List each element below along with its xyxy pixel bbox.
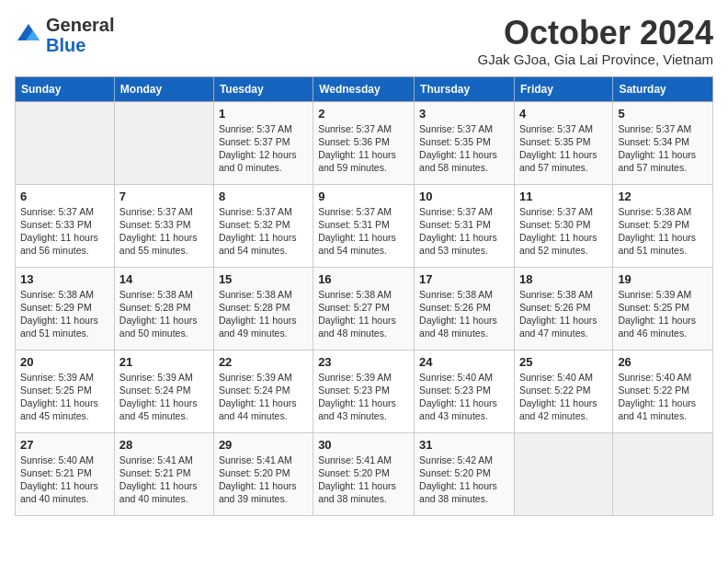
calendar-cell: 4Sunrise: 5:37 AMSunset: 5:35 PMDaylight…: [514, 101, 612, 184]
logo: General Blue: [15, 15, 114, 55]
cell-daylight-info: Sunrise: 5:39 AMSunset: 5:25 PMDaylight:…: [20, 371, 109, 423]
cell-daylight-info: Sunrise: 5:41 AMSunset: 5:21 PMDaylight:…: [119, 454, 209, 506]
cell-day-number: 20: [20, 355, 109, 369]
cell-daylight-info: Sunrise: 5:37 AMSunset: 5:31 PMDaylight:…: [419, 205, 509, 258]
cell-day-number: 14: [119, 272, 209, 286]
weekday-header-wednesday: Wednesday: [313, 76, 415, 101]
cell-daylight-info: Sunrise: 5:37 AMSunset: 5:35 PMDaylight:…: [419, 122, 509, 175]
calendar-cell: 13Sunrise: 5:38 AMSunset: 5:29 PMDayligh…: [16, 267, 115, 350]
cell-day-number: 29: [219, 438, 308, 452]
calendar-cell: 28Sunrise: 5:41 AMSunset: 5:21 PMDayligh…: [114, 432, 213, 515]
calendar-cell: 18Sunrise: 5:38 AMSunset: 5:26 PMDayligh…: [514, 267, 612, 350]
cell-day-number: 3: [419, 107, 509, 121]
cell-daylight-info: Sunrise: 5:37 AMSunset: 5:33 PMDaylight:…: [20, 205, 109, 258]
cell-day-number: 26: [618, 355, 708, 369]
calendar-cell: 14Sunrise: 5:38 AMSunset: 5:28 PMDayligh…: [114, 267, 213, 350]
cell-day-number: 22: [219, 355, 308, 369]
cell-day-number: 16: [318, 272, 409, 286]
calendar-cell: 7Sunrise: 5:37 AMSunset: 5:33 PMDaylight…: [114, 184, 213, 267]
cell-daylight-info: Sunrise: 5:37 AMSunset: 5:37 PMDaylight:…: [219, 122, 308, 175]
cell-day-number: 13: [20, 272, 109, 286]
cell-daylight-info: Sunrise: 5:41 AMSunset: 5:20 PMDaylight:…: [318, 454, 409, 506]
logo-general: General: [46, 15, 114, 35]
calendar-header: SundayMondayTuesdayWednesdayThursdayFrid…: [16, 76, 713, 101]
cell-daylight-info: Sunrise: 5:41 AMSunset: 5:20 PMDaylight:…: [219, 454, 308, 506]
logo-text: General Blue: [46, 15, 114, 55]
cell-day-number: 5: [618, 107, 708, 121]
cell-daylight-info: Sunrise: 5:37 AMSunset: 5:34 PMDaylight:…: [618, 122, 708, 175]
calendar-cell: 23Sunrise: 5:39 AMSunset: 5:23 PMDayligh…: [313, 350, 415, 432]
calendar-cell: 3Sunrise: 5:37 AMSunset: 5:35 PMDaylight…: [415, 101, 515, 184]
cell-day-number: 17: [419, 272, 509, 286]
calendar-week-row: 6Sunrise: 5:37 AMSunset: 5:33 PMDaylight…: [16, 184, 713, 267]
cell-day-number: 30: [318, 438, 409, 452]
cell-day-number: 15: [219, 272, 308, 286]
weekday-header-thursday: Thursday: [415, 76, 515, 101]
weekday-header-tuesday: Tuesday: [213, 76, 313, 101]
cell-daylight-info: Sunrise: 5:37 AMSunset: 5:35 PMDaylight:…: [519, 122, 608, 175]
calendar-cell: 25Sunrise: 5:40 AMSunset: 5:22 PMDayligh…: [514, 350, 612, 432]
weekday-header-row: SundayMondayTuesdayWednesdayThursdayFrid…: [16, 76, 713, 101]
cell-daylight-info: Sunrise: 5:40 AMSunset: 5:22 PMDaylight:…: [519, 371, 608, 423]
calendar-cell: 5Sunrise: 5:37 AMSunset: 5:34 PMDaylight…: [613, 101, 713, 184]
cell-day-number: 24: [419, 355, 509, 369]
cell-day-number: 25: [519, 355, 608, 369]
calendar-cell: 22Sunrise: 5:39 AMSunset: 5:24 PMDayligh…: [213, 350, 313, 432]
cell-daylight-info: Sunrise: 5:39 AMSunset: 5:23 PMDaylight:…: [318, 371, 409, 423]
cell-day-number: 2: [318, 107, 409, 121]
calendar-week-row: 1Sunrise: 5:37 AMSunset: 5:37 PMDaylight…: [16, 101, 713, 184]
calendar-table: SundayMondayTuesdayWednesdayThursdayFrid…: [15, 76, 713, 516]
calendar-cell: 19Sunrise: 5:39 AMSunset: 5:25 PMDayligh…: [613, 267, 713, 350]
cell-daylight-info: Sunrise: 5:39 AMSunset: 5:25 PMDaylight:…: [618, 288, 708, 340]
cell-daylight-info: Sunrise: 5:38 AMSunset: 5:28 PMDaylight:…: [219, 288, 308, 340]
cell-day-number: 19: [618, 272, 708, 286]
cell-daylight-info: Sunrise: 5:37 AMSunset: 5:31 PMDaylight:…: [318, 205, 409, 258]
cell-daylight-info: Sunrise: 5:38 AMSunset: 5:27 PMDaylight:…: [318, 288, 409, 340]
cell-daylight-info: Sunrise: 5:40 AMSunset: 5:21 PMDaylight:…: [20, 454, 109, 506]
page-header: General Blue October 2024 GJak GJoa, Gia…: [15, 15, 713, 67]
calendar-cell: 1Sunrise: 5:37 AMSunset: 5:37 PMDaylight…: [213, 101, 313, 184]
calendar-cell: 21Sunrise: 5:39 AMSunset: 5:24 PMDayligh…: [114, 350, 213, 432]
cell-daylight-info: Sunrise: 5:40 AMSunset: 5:22 PMDaylight:…: [618, 371, 708, 423]
cell-day-number: 4: [519, 107, 608, 121]
cell-daylight-info: Sunrise: 5:37 AMSunset: 5:36 PMDaylight:…: [318, 122, 409, 175]
calendar-cell: 10Sunrise: 5:37 AMSunset: 5:31 PMDayligh…: [415, 184, 515, 267]
cell-daylight-info: Sunrise: 5:38 AMSunset: 5:29 PMDaylight:…: [20, 288, 109, 340]
cell-day-number: 28: [119, 438, 209, 452]
cell-daylight-info: Sunrise: 5:39 AMSunset: 5:24 PMDaylight:…: [219, 371, 308, 423]
cell-daylight-info: Sunrise: 5:38 AMSunset: 5:26 PMDaylight:…: [519, 288, 608, 340]
calendar-cell: 12Sunrise: 5:38 AMSunset: 5:29 PMDayligh…: [613, 184, 713, 267]
calendar-body: 1Sunrise: 5:37 AMSunset: 5:37 PMDaylight…: [16, 101, 713, 515]
calendar-cell: 16Sunrise: 5:38 AMSunset: 5:27 PMDayligh…: [313, 267, 415, 350]
cell-day-number: 1: [219, 107, 308, 121]
calendar-cell: 30Sunrise: 5:41 AMSunset: 5:20 PMDayligh…: [313, 432, 415, 515]
weekday-header-saturday: Saturday: [613, 76, 713, 101]
calendar-week-row: 27Sunrise: 5:40 AMSunset: 5:21 PMDayligh…: [16, 432, 713, 515]
calendar-cell: [613, 432, 713, 515]
cell-daylight-info: Sunrise: 5:38 AMSunset: 5:26 PMDaylight:…: [419, 288, 509, 340]
cell-day-number: 11: [519, 190, 608, 203]
cell-daylight-info: Sunrise: 5:39 AMSunset: 5:24 PMDaylight:…: [119, 371, 209, 423]
cell-daylight-info: Sunrise: 5:42 AMSunset: 5:20 PMDaylight:…: [419, 454, 509, 506]
calendar-cell: 2Sunrise: 5:37 AMSunset: 5:36 PMDaylight…: [313, 101, 415, 184]
calendar-cell: 8Sunrise: 5:37 AMSunset: 5:32 PMDaylight…: [213, 184, 313, 267]
cell-day-number: 8: [219, 190, 308, 203]
cell-daylight-info: Sunrise: 5:40 AMSunset: 5:23 PMDaylight:…: [419, 371, 509, 423]
weekday-header-monday: Monday: [114, 76, 213, 101]
location-subtitle: GJak GJoa, Gia Lai Province, Vietnam: [477, 52, 713, 67]
calendar-cell: 31Sunrise: 5:42 AMSunset: 5:20 PMDayligh…: [415, 432, 515, 515]
calendar-cell: 9Sunrise: 5:37 AMSunset: 5:31 PMDaylight…: [313, 184, 415, 267]
cell-day-number: 9: [318, 190, 409, 203]
cell-day-number: 10: [419, 190, 509, 203]
cell-day-number: 21: [119, 355, 209, 369]
cell-day-number: 6: [20, 190, 109, 203]
calendar-week-row: 20Sunrise: 5:39 AMSunset: 5:25 PMDayligh…: [16, 350, 713, 432]
calendar-cell: 20Sunrise: 5:39 AMSunset: 5:25 PMDayligh…: [16, 350, 115, 432]
cell-day-number: 12: [618, 190, 708, 203]
calendar-cell: [16, 101, 115, 184]
cell-day-number: 7: [119, 190, 209, 203]
calendar-cell: 24Sunrise: 5:40 AMSunset: 5:23 PMDayligh…: [415, 350, 515, 432]
cell-day-number: 27: [20, 438, 109, 452]
calendar-cell: 17Sunrise: 5:38 AMSunset: 5:26 PMDayligh…: [415, 267, 515, 350]
title-block: October 2024 GJak GJoa, Gia Lai Province…: [477, 15, 713, 67]
